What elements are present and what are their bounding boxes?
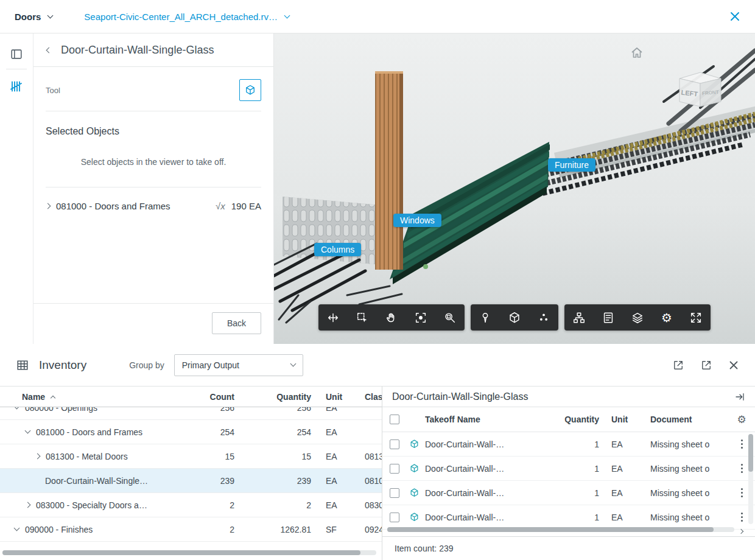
kebab-menu-icon[interactable]	[741, 492, 743, 494]
row-checkbox[interactable]	[390, 488, 399, 498]
inventory-row[interactable]: 081300 - Metal Doors 15 15 EA 0813	[0, 444, 382, 469]
row-quantity: 256	[234, 407, 311, 413]
column-settings-gear-icon[interactable]	[737, 415, 746, 425]
windows-label-chip[interactable]: Windows	[393, 214, 441, 227]
open-in-new-icon[interactable]	[700, 359, 712, 371]
doors-nav-dropdown[interactable]: Doors	[15, 12, 52, 22]
inventory-panel: Inventory Group by Primary Output Name	[0, 344, 755, 560]
formula-icon: √x	[216, 201, 225, 211]
chevron-right-icon[interactable]	[35, 453, 41, 460]
furniture-label-chip[interactable]: Furniture	[548, 158, 595, 172]
pan-hand-icon[interactable]	[377, 304, 406, 331]
plumb-pin-icon[interactable]	[471, 304, 500, 331]
column-header-unit: Unit	[599, 415, 633, 424]
inventory-row[interactable]: 090000 - Finishes 2 1262.81 SF 0924	[0, 517, 382, 542]
scrollbar-thumb[interactable]	[748, 434, 753, 472]
inventory-row-selected[interactable]: Door-Curtain-Wall-Single… 239 239 EA 081…	[0, 469, 382, 493]
settings-gear-icon[interactable]	[652, 304, 681, 331]
column-header-quantity: Quantity	[560, 415, 599, 424]
takeoff-item-unit: EA	[599, 513, 633, 522]
view-cube[interactable]: LEFT FRONT	[669, 69, 727, 111]
inventory-header: Inventory Group by Primary Output	[0, 344, 755, 387]
scrollbar-thumb[interactable]	[387, 527, 714, 532]
cube-tool-button[interactable]	[239, 79, 261, 101]
model-browser-icon[interactable]	[564, 304, 594, 331]
back-button[interactable]: Back	[212, 312, 261, 334]
rail-divider	[6, 69, 27, 69]
takeoff-item-name: Door-Curtain-Wall-…	[425, 513, 560, 522]
takeoff-panel-header: Door-Curtain-Wall-Single-Glass	[33, 33, 273, 67]
column-header-count[interactable]: Count	[197, 392, 234, 402]
row-checkbox[interactable]	[390, 464, 399, 474]
takeoff-item-unit: EA	[599, 439, 633, 449]
row-name: 080000 - Openings	[25, 407, 97, 413]
row-checkbox[interactable]	[390, 439, 399, 449]
takeoff-group-row[interactable]: 081000 - Doors and Frames √x 190 EA	[33, 187, 273, 225]
cube-takeoff-icon[interactable]	[500, 304, 529, 331]
inventory-row[interactable]: 083000 - Specialty Doors a… 2 2 EA 0830	[0, 493, 382, 517]
document-name-dropdown[interactable]: Seaport-Civic-Center_All_ARCH_detached.r…	[84, 12, 289, 22]
column-header-name[interactable]: Name	[0, 392, 197, 402]
zoom-window-icon[interactable]	[435, 304, 465, 331]
takeoff-panel-footer: Back	[33, 303, 273, 344]
navigation-tool-group	[318, 304, 465, 331]
takeoff-item-document: Missing sheet o	[633, 488, 728, 498]
takeoff-item-document: Missing sheet o	[633, 513, 728, 522]
columns-label-chip[interactable]: Columns	[314, 243, 361, 256]
takeoff-item-row[interactable]: Door-Curtain-Wall-… 1 EA Missing sheet o	[382, 505, 755, 530]
close-icon[interactable]	[729, 11, 740, 22]
kebab-menu-icon[interactable]	[741, 443, 743, 445]
properties-icon[interactable]	[594, 304, 623, 331]
orbit-icon[interactable]	[318, 304, 348, 331]
vertical-scrollbar[interactable]	[748, 434, 753, 524]
item-count-footer: Item count: 239	[382, 536, 755, 560]
collapse-panel-icon[interactable]	[734, 391, 745, 402]
inventory-row[interactable]: 080000 - Openings 256 256 EA	[0, 407, 382, 420]
fullscreen-icon[interactable]	[681, 304, 711, 331]
kebab-menu-icon[interactable]	[741, 467, 743, 469]
layers-icon[interactable]	[623, 304, 652, 331]
export-icon[interactable]	[672, 359, 684, 371]
count-dots-icon[interactable]	[529, 304, 558, 331]
3d-viewer[interactable]: LEFT FRONT Columns Windows Furniture	[274, 33, 755, 344]
takeoff-item-row[interactable]: Door-Curtain-Wall-… 1 EA Missing sheet o	[382, 481, 755, 505]
tool-label: Tool	[46, 86, 60, 95]
row-quantity: 1262.81	[234, 525, 311, 534]
close-inventory-icon[interactable]	[728, 360, 739, 371]
row-name: 081300 - Metal Doors	[46, 452, 128, 461]
takeoff-item-row[interactable]: Door-Curtain-Wall-… 1 EA Missing sheet o	[382, 457, 755, 481]
chevron-down-icon	[290, 361, 296, 367]
takeoff-tally-icon[interactable]	[0, 73, 33, 100]
chevron-down-icon	[47, 12, 54, 18]
row-checkbox[interactable]	[390, 513, 399, 522]
takeoff-item-row[interactable]: Door-Curtain-Wall-… 1 EA Missing sheet o	[382, 432, 755, 457]
row-unit: EA	[311, 407, 354, 413]
select-all-checkbox[interactable]	[390, 415, 399, 424]
documents-panel-icon[interactable]	[0, 41, 33, 68]
home-view-icon[interactable]	[630, 46, 644, 60]
takeoff-item-name: Door-Curtain-Wall-…	[425, 439, 560, 449]
chevron-down-icon[interactable]	[14, 525, 20, 531]
inventory-table-body: 080000 - Openings 256 256 EA 081000 - Do…	[0, 407, 382, 560]
scrollbar-thumb[interactable]	[2, 550, 360, 555]
row-unit: EA	[311, 427, 354, 437]
horizontal-scrollbar[interactable]	[2, 550, 376, 555]
column-header-classification[interactable]: Clas	[354, 392, 382, 402]
back-chevron-icon[interactable]	[46, 47, 52, 53]
horizontal-scrollbar[interactable]	[387, 527, 734, 532]
chevron-right-icon[interactable]	[25, 502, 31, 508]
zoom-selection-icon[interactable]	[406, 304, 435, 331]
column-header-unit[interactable]: Unit	[311, 392, 354, 402]
takeoff-group-value: 190 EA	[231, 201, 261, 211]
column-header-quantity[interactable]: Quantity	[234, 392, 311, 402]
marquee-select-icon[interactable]	[348, 304, 377, 331]
group-by-select[interactable]: Primary Output	[174, 354, 303, 376]
inventory-row[interactable]: 081000 - Doors and Frames 254 254 EA	[0, 420, 382, 444]
chevron-down-icon[interactable]	[25, 428, 31, 434]
row-unit: EA	[311, 476, 354, 486]
document-name-label: Seaport-Civic-Center_All_ARCH_detached.r…	[84, 12, 278, 22]
row-classification: 0810	[354, 476, 382, 486]
kebab-menu-icon[interactable]	[741, 516, 743, 518]
chevron-down-icon[interactable]	[14, 407, 20, 409]
3d-item-cube-icon	[409, 512, 420, 522]
